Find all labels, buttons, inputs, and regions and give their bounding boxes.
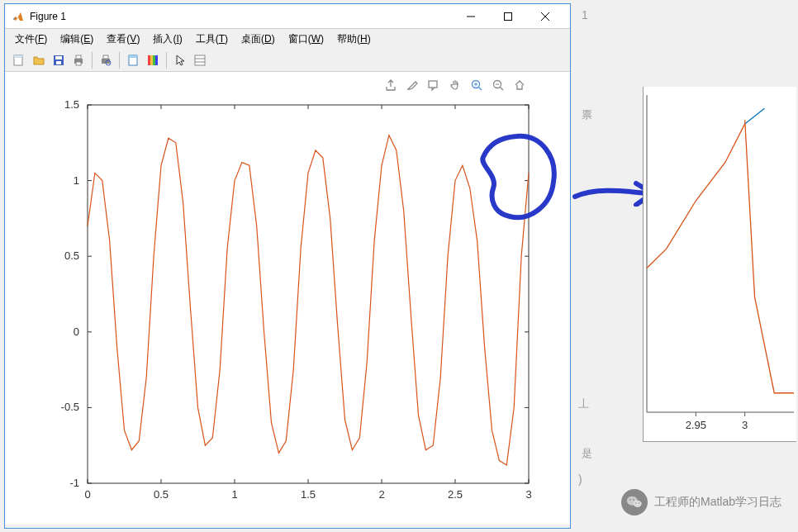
open-button[interactable] bbox=[30, 51, 48, 69]
svg-text:2.5: 2.5 bbox=[448, 488, 463, 501]
svg-rect-32 bbox=[88, 105, 529, 483]
svg-text:2.95: 2.95 bbox=[686, 419, 706, 431]
save-button[interactable] bbox=[50, 51, 68, 69]
svg-text:0.5: 0.5 bbox=[64, 249, 79, 262]
svg-rect-7 bbox=[55, 56, 62, 59]
svg-rect-11 bbox=[76, 62, 81, 65]
wechat-badge: 工程师的Matlab学习日志 bbox=[621, 489, 781, 515]
svg-rect-1 bbox=[504, 12, 511, 20]
svg-rect-8 bbox=[56, 61, 61, 64]
svg-point-82 bbox=[635, 502, 636, 503]
svg-rect-19 bbox=[153, 55, 155, 65]
svg-rect-10 bbox=[76, 55, 81, 59]
minimize-button[interactable] bbox=[452, 5, 489, 28]
svg-rect-5 bbox=[14, 55, 22, 58]
bg-text-5: 丄 bbox=[578, 397, 589, 411]
svg-text:0.5: 0.5 bbox=[154, 488, 169, 501]
bg-text-1: 1 bbox=[582, 8, 588, 21]
figure-window: Figure 1 文件(F) 编辑(E) 查看(V) 插入(I) 工具(T) 桌… bbox=[4, 3, 571, 529]
svg-point-81 bbox=[633, 499, 634, 501]
svg-point-79 bbox=[634, 501, 642, 507]
plot-area: -1-0.500.511.500.511.522.53 bbox=[5, 72, 570, 525]
zoom-inset-panel: 2.953 bbox=[643, 87, 796, 442]
inspector-button[interactable] bbox=[191, 51, 209, 69]
wechat-icon bbox=[621, 489, 648, 515]
svg-text:-0.5: -0.5 bbox=[61, 401, 79, 413]
svg-text:0: 0 bbox=[74, 325, 79, 338]
svg-text:3: 3 bbox=[742, 419, 748, 431]
titlebar[interactable]: Figure 1 bbox=[5, 4, 570, 29]
wechat-label: 工程师的Matlab学习日志 bbox=[654, 495, 781, 510]
svg-text:1.5: 1.5 bbox=[64, 98, 79, 111]
svg-rect-16 bbox=[129, 55, 137, 58]
bg-text-4: ) bbox=[578, 473, 582, 486]
maximize-button[interactable] bbox=[489, 5, 526, 28]
menu-edit[interactable]: 编辑(E) bbox=[55, 31, 98, 48]
link-button[interactable] bbox=[124, 51, 142, 69]
pointer-button[interactable] bbox=[171, 51, 189, 69]
svg-rect-18 bbox=[150, 55, 153, 65]
svg-text:1: 1 bbox=[74, 174, 79, 187]
svg-text:1.5: 1.5 bbox=[301, 488, 316, 501]
window-controls bbox=[452, 5, 563, 28]
svg-text:0: 0 bbox=[84, 488, 90, 501]
svg-text:3: 3 bbox=[525, 488, 531, 501]
menu-file[interactable]: 文件(F) bbox=[10, 31, 52, 48]
main-chart[interactable]: -1-0.500.511.500.511.522.53 bbox=[5, 72, 570, 525]
print-preview-button[interactable] bbox=[97, 51, 115, 69]
menu-insert[interactable]: 插入(I) bbox=[148, 31, 187, 48]
menu-tools[interactable]: 工具(T) bbox=[191, 31, 233, 48]
menubar: 文件(F) 编辑(E) 查看(V) 插入(I) 工具(T) 桌面(D) 窗口(W… bbox=[5, 29, 570, 49]
bg-text-3: 是 bbox=[582, 446, 592, 461]
svg-point-80 bbox=[629, 499, 631, 501]
menu-help[interactable]: 帮助(H) bbox=[332, 31, 376, 48]
svg-rect-21 bbox=[195, 55, 205, 65]
menu-view[interactable]: 查看(V) bbox=[102, 31, 145, 48]
menu-desktop[interactable]: 桌面(D) bbox=[236, 31, 280, 48]
new-figure-button[interactable] bbox=[10, 51, 28, 69]
zoom-chart[interactable]: 2.953 bbox=[644, 87, 797, 442]
svg-rect-17 bbox=[148, 55, 150, 65]
svg-rect-20 bbox=[155, 55, 158, 65]
close-button[interactable] bbox=[526, 5, 563, 28]
toolbar bbox=[5, 49, 570, 72]
svg-point-83 bbox=[639, 502, 639, 503]
colorbar-button[interactable] bbox=[144, 51, 162, 69]
menu-window[interactable]: 窗口(W) bbox=[283, 31, 329, 48]
svg-rect-13 bbox=[103, 55, 108, 59]
svg-text:2: 2 bbox=[378, 488, 384, 501]
window-title: Figure 1 bbox=[30, 11, 452, 22]
print-button[interactable] bbox=[69, 51, 88, 69]
matlab-icon bbox=[12, 10, 25, 23]
svg-text:1: 1 bbox=[231, 488, 237, 501]
bg-text-2: 票 bbox=[582, 107, 592, 122]
svg-text:-1: -1 bbox=[69, 477, 79, 489]
